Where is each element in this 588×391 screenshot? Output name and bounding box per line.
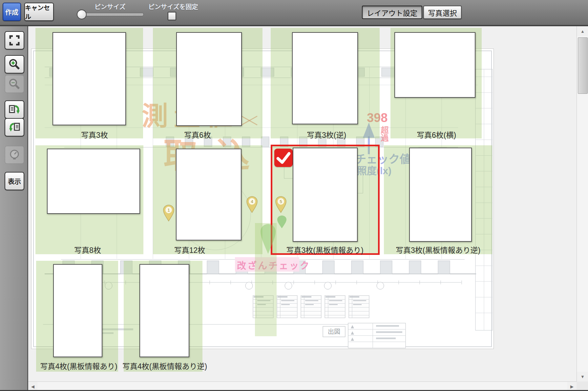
pin-size-label: ピンサイズ [94, 2, 125, 11]
layout-label-photos3: 写真3枚 [81, 129, 108, 140]
fit-view-button[interactable] [5, 31, 24, 50]
page-back-button[interactable] [5, 118, 24, 136]
layout-card-photos8[interactable] [47, 149, 140, 214]
layout-card-photos3[interactable] [52, 32, 126, 125]
layout-label-photos4bb: 写真4枚(黒板情報あり) [40, 360, 117, 371]
page-back-icon [9, 121, 20, 133]
pin-size-slider-knob[interactable] [77, 10, 87, 19]
fit-view-icon [9, 34, 20, 46]
layout-card-photos6[interactable] [176, 32, 242, 126]
pin-size-fixed-label: ピンサイズを固定 [148, 2, 198, 11]
cancel-button[interactable]: キャンセル [24, 3, 54, 21]
layout-label-photos4bbr: 写真4枚(黒板情報あり逆) [122, 360, 207, 371]
scroll-up-icon[interactable]: ▲ [577, 26, 588, 36]
tool-sidebar: 表示 [0, 26, 28, 391]
layout-card-photos4bb[interactable] [53, 264, 102, 357]
layout-card-photos3bbr[interactable] [409, 148, 472, 242]
layout-label-photos12: 写真12枚 [174, 244, 205, 255]
layout-card-photos3bb[interactable] [293, 148, 358, 242]
layout-label-photos8: 写真8枚 [74, 244, 101, 255]
pin-size-fixed-checkbox[interactable] [168, 12, 176, 20]
layout-label-photos3bb: 写真3枚(黒板情報あり) [286, 244, 363, 255]
layout-label-photos6: 写真6枚 [184, 129, 211, 140]
layout-settings-button[interactable]: レイアウト設定 [362, 6, 422, 19]
zoom-in-icon [9, 58, 20, 70]
toolbar-divider [0, 25, 588, 26]
zoom-out-button [5, 75, 24, 93]
scroll-right-icon[interactable]: ▶ [567, 382, 577, 391]
drawing-stamp: 出図 [328, 328, 340, 335]
layout-label-photos3bbr: 写真3枚(黒板情報あり逆) [396, 244, 480, 255]
vertical-scrollbar[interactable]: ▲ ▼ [577, 26, 588, 381]
scroll-left-icon[interactable]: ◀ [28, 382, 37, 391]
zoom-in-button[interactable] [5, 55, 24, 73]
page-forward-button[interactable] [5, 100, 24, 119]
zoom-out-icon [9, 78, 20, 90]
gauge-button [5, 146, 24, 164]
page-forward-icon [9, 104, 20, 115]
scroll-down-icon[interactable]: ▼ [577, 372, 588, 381]
display-button[interactable]: 表示 [5, 172, 24, 190]
layout-card-photos4bbr[interactable] [139, 264, 189, 357]
layout-card-photos3rev[interactable] [292, 32, 358, 124]
layout-card-photos6h[interactable] [394, 32, 475, 98]
selected-check-icon [274, 149, 293, 167]
horizontal-scrollbar[interactable]: ◀ ▶ [28, 381, 577, 391]
layout-label-photos6h: 写真6枚(横) [417, 129, 456, 140]
layout-label-photos3rev: 写真3枚(逆) [307, 129, 346, 140]
layout-card-photos12[interactable] [176, 149, 242, 240]
vertical-scrollbar-thumb[interactable] [578, 37, 588, 94]
scrollbar-corner [577, 381, 588, 391]
toolbar: 作成 キャンセル ピンサイズ ピンサイズを固定 レイアウト設定 写真選択 [0, 0, 588, 25]
photo-select-button[interactable]: 写真選択 [423, 6, 462, 19]
create-button[interactable]: 作成 [3, 3, 21, 21]
pin-size-slider-track[interactable] [81, 12, 144, 16]
gauge-icon [9, 149, 20, 161]
